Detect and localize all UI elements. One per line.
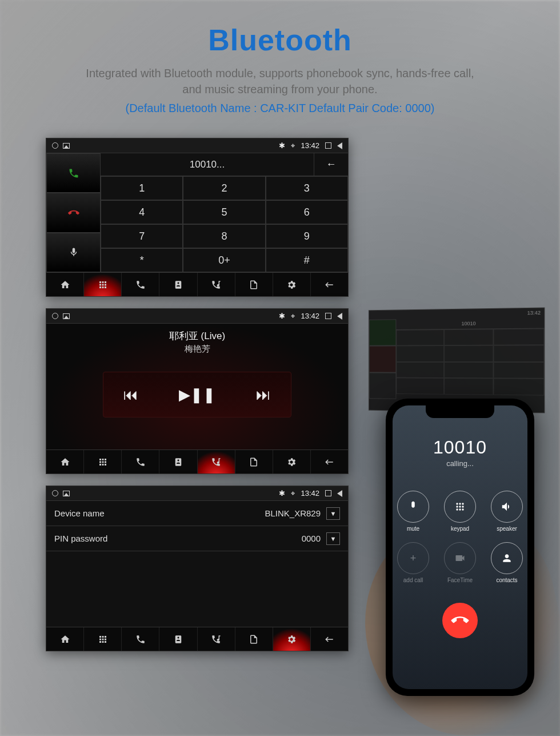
nav-back-button[interactable] xyxy=(311,450,348,474)
device-name-row[interactable]: Device name BLINK_XR829 ▼ xyxy=(46,501,348,526)
bottom-nav xyxy=(46,272,348,296)
status-time: 13:42 xyxy=(301,489,319,498)
nav-dialer-button[interactable] xyxy=(84,627,122,651)
nav-contacts-button[interactable] xyxy=(122,273,159,296)
key-7[interactable]: 7 xyxy=(101,224,183,248)
svg-point-2 xyxy=(462,503,463,504)
device-name-value: BLINK_XR829 xyxy=(265,508,321,518)
key-4[interactable]: 4 xyxy=(101,200,183,224)
svg-point-0 xyxy=(456,503,458,504)
location-icon: ⌖ xyxy=(291,141,295,150)
dropdown-icon[interactable]: ▼ xyxy=(326,532,340,545)
nav-contacts-button[interactable] xyxy=(122,450,159,474)
svg-point-7 xyxy=(459,508,461,510)
end-call-button[interactable] xyxy=(46,193,101,232)
nav-settings-button[interactable] xyxy=(273,627,311,651)
calling-status: calling... xyxy=(446,459,474,468)
bottom-nav xyxy=(46,627,348,651)
facetime-button[interactable] xyxy=(444,542,476,574)
dropdown-icon[interactable]: ▼ xyxy=(326,507,340,520)
dial-display: 10010... xyxy=(101,159,314,170)
phone-notch xyxy=(426,405,494,418)
svg-point-6 xyxy=(456,508,458,510)
svg-point-4 xyxy=(459,506,461,507)
pin-label: PIN password xyxy=(54,534,302,543)
status-circle-icon xyxy=(52,490,58,496)
contacts-button[interactable] xyxy=(491,542,523,574)
bluetooth-icon: ✱ xyxy=(279,312,285,320)
keypad: 1 2 3 4 5 6 7 8 9 * 0+ # xyxy=(101,176,348,272)
key-star[interactable]: * xyxy=(101,248,183,272)
backspace-button[interactable]: ← xyxy=(314,153,348,176)
key-3[interactable]: 3 xyxy=(266,176,348,200)
key-2[interactable]: 2 xyxy=(183,176,265,200)
nav-phonebook-button[interactable] xyxy=(159,627,197,651)
status-bar: ✱ ⌖ 13:42 xyxy=(46,309,348,324)
status-circle-icon xyxy=(52,142,58,149)
key-8[interactable]: 8 xyxy=(183,224,265,248)
nav-back-icon[interactable] xyxy=(337,490,342,497)
track-artist: 梅艳芳 xyxy=(185,344,210,355)
settings-panel: ✱ ⌖ 13:42 Device name BLINK_XR829 ▼ PIN … xyxy=(46,486,349,651)
nav-music-button[interactable] xyxy=(198,627,235,651)
bluetooth-icon: ✱ xyxy=(279,141,285,150)
nav-history-button[interactable] xyxy=(235,273,273,296)
nav-phonebook-button[interactable] xyxy=(159,273,197,296)
nav-recent-icon[interactable] xyxy=(325,142,331,149)
add-call-button[interactable]: + xyxy=(397,542,429,574)
bluetooth-icon: ✱ xyxy=(279,489,285,498)
page-title: Bluetooth xyxy=(0,23,560,57)
status-time: 13:42 xyxy=(301,141,319,150)
nav-settings-button[interactable] xyxy=(273,273,311,296)
play-pause-button[interactable]: ▶❚❚ xyxy=(179,386,215,404)
pin-row[interactable]: PIN password 0000 ▼ xyxy=(46,526,348,551)
location-icon: ⌖ xyxy=(291,489,295,498)
nav-history-button[interactable] xyxy=(235,627,273,651)
key-5[interactable]: 5 xyxy=(183,200,265,224)
speaker-button[interactable] xyxy=(491,491,523,523)
mute-button[interactable] xyxy=(397,491,429,523)
nav-back-icon[interactable] xyxy=(337,313,342,320)
nav-music-button[interactable] xyxy=(198,273,235,296)
key-9[interactable]: 9 xyxy=(266,224,348,248)
nav-back-button[interactable] xyxy=(311,273,348,296)
nav-history-button[interactable] xyxy=(235,450,273,474)
key-hash[interactable]: # xyxy=(266,248,348,272)
nav-home-button[interactable] xyxy=(46,450,84,474)
nav-recent-icon[interactable] xyxy=(325,313,331,319)
hero-note: (Default Bluetooth Name : CAR-KIT Defaul… xyxy=(0,102,560,115)
end-call-button[interactable] xyxy=(442,603,478,638)
key-1[interactable]: 1 xyxy=(101,176,183,200)
svg-point-5 xyxy=(462,506,463,507)
nav-contacts-button[interactable] xyxy=(122,627,159,651)
phone-mockup: 10010 calling... mute keypad speaker xyxy=(386,399,534,696)
nav-settings-button[interactable] xyxy=(273,450,311,474)
call-button[interactable] xyxy=(46,153,101,193)
nav-back-icon[interactable] xyxy=(337,142,342,149)
svg-point-8 xyxy=(462,508,463,510)
nav-home-button[interactable] xyxy=(46,627,84,651)
nav-recent-icon[interactable] xyxy=(325,490,331,496)
hero-header: Bluetooth Integrated with Bluetooth modu… xyxy=(0,0,560,115)
nav-dialer-button[interactable] xyxy=(84,450,122,474)
dialer-panel: ✱ ⌖ 13:42 10010... xyxy=(46,138,349,297)
pin-value: 0000 xyxy=(302,534,321,543)
nav-back-button[interactable] xyxy=(311,627,348,651)
svg-point-1 xyxy=(459,503,461,504)
mic-button[interactable] xyxy=(46,233,101,272)
track-title: 耶利亚 (Live) xyxy=(169,329,225,343)
bottom-nav xyxy=(46,449,348,474)
keypad-button[interactable] xyxy=(444,491,476,523)
next-button[interactable]: ⏭ xyxy=(256,386,271,404)
svg-point-3 xyxy=(456,506,458,507)
prev-button[interactable]: ⏮ xyxy=(123,386,138,404)
key-6[interactable]: 6 xyxy=(266,200,348,224)
nav-home-button[interactable] xyxy=(46,273,84,296)
nav-phonebook-button[interactable] xyxy=(159,450,197,474)
key-0[interactable]: 0+ xyxy=(183,248,265,272)
location-icon: ⌖ xyxy=(291,312,295,321)
nav-dialer-button[interactable] xyxy=(84,273,122,296)
nav-music-button[interactable] xyxy=(198,450,235,474)
calling-number: 10010 xyxy=(433,437,487,458)
status-bar: ✱ ⌖ 13:42 xyxy=(46,138,348,153)
